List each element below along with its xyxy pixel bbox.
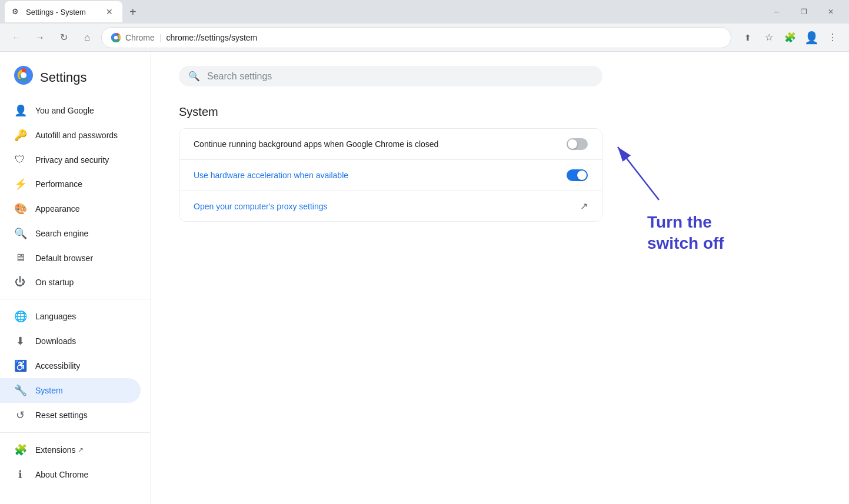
svg-point-5 xyxy=(21,72,26,78)
privacy-icon: 🛡 xyxy=(14,153,26,166)
site-icon xyxy=(111,33,121,42)
new-tab-button[interactable]: + xyxy=(125,3,141,21)
sidebar-item-downloads[interactable]: ⬇ Downloads xyxy=(0,329,141,353)
proxy-external-link-icon[interactable]: ↗ xyxy=(580,201,588,212)
proxy-settings-label[interactable]: Open your computer's proxy settings xyxy=(194,202,328,211)
tab-favicon: ⚙ xyxy=(12,7,21,16)
sidebar-item-search-engine[interactable]: 🔍 Search engine xyxy=(0,221,141,246)
performance-icon: ⚡ xyxy=(14,178,26,191)
extensions-external-icon: ↗ xyxy=(78,446,84,454)
sidebar-label-default-browser: Default browser xyxy=(35,253,93,263)
address-url: chrome://settings/system xyxy=(166,33,257,42)
extensions-button[interactable]: 🧩 xyxy=(781,28,800,47)
sidebar-item-accessibility[interactable]: ♿ Accessibility xyxy=(0,353,141,378)
section-title: System xyxy=(179,105,821,119)
sidebar-label-appearance: Appearance xyxy=(35,204,80,213)
window-controls: ─ ❐ ✕ xyxy=(763,1,844,22)
address-site-label: Chrome xyxy=(125,33,155,42)
sidebar-divider-1 xyxy=(0,299,150,299)
browser-toolbar: ← → ↻ ⌂ Chrome | chrome://settings/syste… xyxy=(0,24,849,52)
sidebar-item-on-startup[interactable]: ⏻ On startup xyxy=(0,270,141,294)
search-input[interactable] xyxy=(207,71,593,82)
tab-close-button[interactable]: ✕ xyxy=(104,6,115,18)
background-apps-row: Continue running background apps when Go… xyxy=(179,129,602,159)
sidebar-item-privacy[interactable]: 🛡 Privacy and security xyxy=(0,148,141,172)
downloads-icon: ⬇ xyxy=(14,335,26,348)
restore-button[interactable]: ❐ xyxy=(790,1,817,22)
sidebar-item-languages[interactable]: 🌐 Languages xyxy=(0,304,141,329)
profile-button[interactable]: 👤 xyxy=(802,28,821,47)
chrome-logo xyxy=(14,66,33,89)
settings-page-title: Settings xyxy=(40,70,87,85)
toggle-thumb-hw xyxy=(577,171,587,180)
sidebar-label-downloads: Downloads xyxy=(35,336,76,346)
about-chrome-icon: ℹ xyxy=(14,468,26,481)
on-startup-icon: ⏻ xyxy=(14,276,26,288)
sidebar-item-performance[interactable]: ⚡ Performance xyxy=(0,172,141,196)
you-google-icon: 👤 xyxy=(14,104,26,117)
toolbar-actions: ⬆ ☆ 🧩 👤 ⋮ xyxy=(738,28,842,47)
address-divider: | xyxy=(159,33,162,42)
reset-settings-icon: ↺ xyxy=(14,409,26,422)
sidebar-divider-2 xyxy=(0,432,150,433)
sidebar-label-you-google: You and Google xyxy=(35,106,94,115)
sidebar-item-appearance[interactable]: 🎨 Appearance xyxy=(0,196,141,221)
proxy-settings-row: Open your computer's proxy settings ↗ xyxy=(179,191,602,221)
close-button[interactable]: ✕ xyxy=(817,1,844,22)
sidebar-label-extensions: Extensions xyxy=(35,445,75,455)
home-button[interactable]: ⌂ xyxy=(78,28,96,47)
search-bar[interactable]: 🔍 xyxy=(179,66,602,86)
menu-button[interactable]: ⋮ xyxy=(823,28,842,47)
sidebar-item-extensions[interactable]: 🧩 Extensions ↗ xyxy=(0,438,141,462)
languages-icon: 🌐 xyxy=(14,310,26,323)
sidebar: Settings 👤 You and Google 🔑 Autofill and… xyxy=(0,52,151,504)
share-button[interactable]: ⬆ xyxy=(738,28,757,47)
address-bar[interactable]: Chrome | chrome://settings/system xyxy=(101,27,731,48)
main-settings-content: 🔍 System Continue running background app… xyxy=(151,52,849,504)
appearance-icon: 🎨 xyxy=(14,202,26,215)
svg-point-6 xyxy=(22,69,25,72)
extensions-item-container: Extensions ↗ xyxy=(35,445,84,455)
toggle-thumb-background xyxy=(568,139,577,149)
sidebar-label-reset-settings: Reset settings xyxy=(35,410,88,420)
default-browser-icon: 🖥 xyxy=(14,252,26,264)
extensions-sidebar-icon: 🧩 xyxy=(14,443,26,456)
bookmark-button[interactable]: ☆ xyxy=(760,28,778,47)
title-bar: ⚙ Settings - System ✕ + ─ ❐ ✕ xyxy=(0,0,849,24)
system-icon: 🔧 xyxy=(14,384,26,397)
back-button[interactable]: ← xyxy=(7,28,26,47)
settings-header: Settings xyxy=(0,61,150,98)
sidebar-label-autofill: Autofill and passwords xyxy=(35,131,118,140)
sidebar-item-default-browser[interactable]: 🖥 Default browser xyxy=(0,246,141,270)
active-tab[interactable]: ⚙ Settings - System ✕ xyxy=(5,1,122,22)
search-icon: 🔍 xyxy=(188,71,200,82)
forward-button[interactable]: → xyxy=(31,28,49,47)
content-area: Settings 👤 You and Google 🔑 Autofill and… xyxy=(0,52,849,504)
sidebar-label-system: System xyxy=(35,386,63,395)
minimize-button[interactable]: ─ xyxy=(763,1,790,22)
tab-title: Settings - System xyxy=(26,8,99,16)
sidebar-item-you-google[interactable]: 👤 You and Google xyxy=(0,98,141,123)
sidebar-label-on-startup: On startup xyxy=(35,278,74,287)
accessibility-icon: ♿ xyxy=(14,359,26,372)
hardware-acceleration-toggle[interactable] xyxy=(567,169,588,181)
reload-button[interactable]: ↻ xyxy=(54,28,73,47)
svg-point-2 xyxy=(114,36,118,39)
sidebar-item-reset-settings[interactable]: ↺ Reset settings xyxy=(0,403,141,428)
sidebar-item-system[interactable]: 🔧 System xyxy=(0,378,141,403)
settings-card: Continue running background apps when Go… xyxy=(179,128,602,222)
search-engine-icon: 🔍 xyxy=(14,227,26,240)
autofill-icon: 🔑 xyxy=(14,129,26,142)
sidebar-label-about-chrome: About Chrome xyxy=(35,470,88,479)
sidebar-item-autofill[interactable]: 🔑 Autofill and passwords xyxy=(0,123,141,148)
sidebar-item-about-chrome[interactable]: ℹ About Chrome xyxy=(0,462,141,487)
sidebar-label-search-engine: Search engine xyxy=(35,229,88,238)
hardware-acceleration-row: Use hardware acceleration when available xyxy=(179,159,602,191)
sidebar-label-performance: Performance xyxy=(35,179,82,189)
sidebar-label-languages: Languages xyxy=(35,312,76,321)
background-apps-label: Continue running background apps when Go… xyxy=(194,139,438,149)
sidebar-label-privacy: Privacy and security xyxy=(35,155,109,165)
sidebar-label-accessibility: Accessibility xyxy=(35,361,80,371)
hardware-acceleration-label: Use hardware acceleration when available xyxy=(194,171,348,180)
background-apps-toggle[interactable] xyxy=(567,138,588,150)
